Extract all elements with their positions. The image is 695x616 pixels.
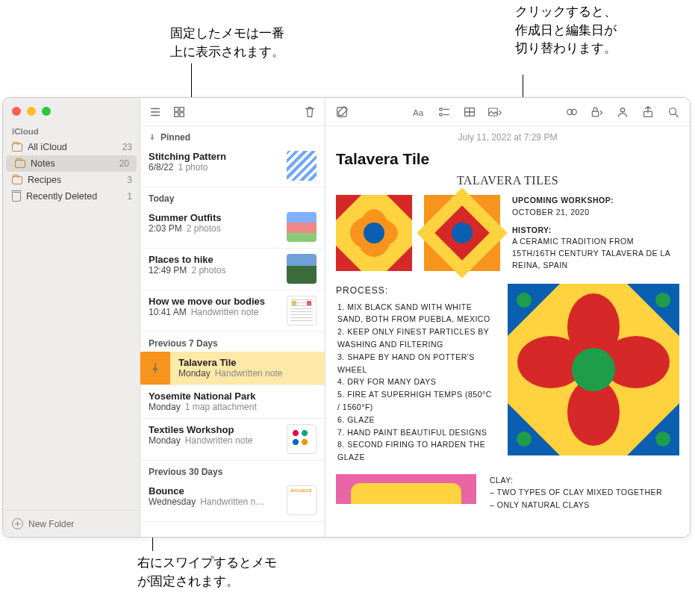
note-time: 12:49 PM <box>149 265 187 276</box>
note-item-places-to-hike[interactable]: Places to hike 12:49 PM2 photos <box>140 249 325 290</box>
link-icon[interactable] <box>564 105 579 119</box>
table-icon[interactable] <box>462 105 477 119</box>
callout-dates-toggle: クリックすると、 作成日と編集日が 切り替わります。 <box>515 3 617 58</box>
delete-note-icon[interactable] <box>302 105 317 119</box>
note-item-stitching-pattern[interactable]: Stitching Pattern 6/8/221 photo <box>140 146 325 187</box>
note-detail: 2 photos <box>187 223 221 234</box>
window-controls <box>3 98 140 122</box>
sidebar-folder-all-icloud[interactable]: All iCloud 23 <box>3 139 140 155</box>
share-icon[interactable] <box>641 105 655 119</box>
clay-line: – Two types of clay mixed together <box>490 486 679 498</box>
list-toolbar <box>140 98 325 126</box>
workshop-date: October 21, 2020 <box>512 207 679 219</box>
pin-icon <box>149 134 156 141</box>
folder-count: 3 <box>127 175 132 185</box>
section-label: Previous 7 Days <box>149 338 218 349</box>
process-step: 3. Shape by hand on potter's wheel <box>337 351 494 376</box>
note-item-bounce[interactable]: Bounce WednesdayHandwritten n… <box>140 480 325 522</box>
sidebar-folder-notes[interactable]: Notes 20 <box>6 155 137 172</box>
close-button[interactable] <box>12 107 21 116</box>
note-item-summer-outfits[interactable]: Summer Outfits 2:03 PM2 photos <box>140 207 325 249</box>
note-detail: 2 photos <box>191 265 225 276</box>
note-time: Monday <box>178 368 211 379</box>
clay-list: – Two types of clay mixed together– Only… <box>490 486 679 511</box>
history-body: A ceramic tradition from 15th/16th centu… <box>512 236 679 271</box>
pin-action-button[interactable] <box>140 352 170 385</box>
format-icon[interactable]: Aa <box>411 105 426 119</box>
sidebar-account-label: iCloud <box>3 122 140 139</box>
svg-text:Aa: Aa <box>413 107 424 116</box>
folder-name: Recently Deleted <box>26 191 97 202</box>
process-step: 7. Hand paint beautiful designs <box>337 426 494 439</box>
note-item-textiles-workshop[interactable]: Textiles Workshop MondayHandwritten note <box>140 419 325 461</box>
note-detail: Handwritten note <box>191 307 259 317</box>
note-item-how-we-move[interactable]: How we move our bodies 10:41 AMHandwritt… <box>140 290 325 332</box>
note-body[interactable]: Talavera Tile Talavera Tiles Upcoming Wo… <box>325 144 690 537</box>
svg-point-7 <box>440 113 443 116</box>
plus-circle-icon <box>12 518 23 529</box>
svg-rect-0 <box>175 107 178 111</box>
sidebar-folder-recipes[interactable]: Recipes 3 <box>3 172 140 188</box>
callout-swipe-pin: 右にスワイプするとメモ が固定されます。 <box>137 554 277 591</box>
note-detail: 1 photo <box>178 162 208 172</box>
process-block: Process: 1. Mix black sand with white sa… <box>336 284 494 464</box>
process-step: 2. Keep only finest particles by washing… <box>337 326 494 351</box>
note-time: Monday <box>149 435 181 446</box>
handwritten-title: Talavera Tiles <box>336 174 679 187</box>
section-today: Today <box>140 187 325 207</box>
note-time: 2:03 PM <box>149 223 182 234</box>
svg-point-15 <box>670 108 676 114</box>
note-detail: Handwritten n… <box>200 497 264 507</box>
svg-point-13 <box>620 108 624 111</box>
notes-list-body[interactable]: Pinned Stitching Pattern 6/8/221 photo T… <box>140 126 325 537</box>
checklist-icon[interactable] <box>437 105 452 119</box>
new-folder-button[interactable]: New Folder <box>3 510 140 537</box>
note-item-yosemite[interactable]: Yosemite National Park Monday1 map attac… <box>140 385 325 419</box>
note-thumbnail <box>287 151 317 181</box>
workshop-label: Upcoming Workshop: <box>512 195 679 207</box>
gallery-view-icon[interactable] <box>172 105 187 119</box>
process-step: 8. Second firing to harden the glaze <box>337 438 494 464</box>
lock-icon[interactable] <box>590 105 605 119</box>
note-detail: Handwritten note <box>215 368 283 379</box>
note-thumbnail <box>287 212 317 242</box>
clay-label: Clay: <box>490 474 679 486</box>
trash-icon <box>12 192 21 202</box>
new-note-icon[interactable] <box>334 105 349 119</box>
folder-count: 1 <box>127 191 132 202</box>
note-timestamp[interactable]: July 11, 2022 at 7:29 PM <box>325 126 690 144</box>
svg-rect-1 <box>180 107 184 111</box>
note-title: How we move our bodies <box>149 296 281 307</box>
search-icon[interactable] <box>666 105 681 119</box>
process-step: 4. Dry for many days <box>337 376 494 388</box>
section-label: Previous 30 Days <box>149 467 222 477</box>
folder-name: All iCloud <box>28 142 67 152</box>
tile-graphic-1 <box>336 195 412 271</box>
list-view-icon[interactable] <box>148 105 163 119</box>
note-detail: Handwritten note <box>185 435 253 446</box>
media-icon[interactable] <box>487 105 502 119</box>
zoom-button[interactable] <box>42 107 51 116</box>
collaborate-icon[interactable] <box>615 105 630 119</box>
process-label: Process: <box>336 284 494 298</box>
note-item-talavera-tile-swiped[interactable]: Talavera Tile MondayHandwritten note <box>140 352 325 385</box>
note-time: 6/8/22 <box>149 162 173 172</box>
app-window: iCloud All iCloud 23 Notes 20 Recipes 3 … <box>2 97 691 538</box>
note-title: Talavera Tile <box>178 357 317 368</box>
folder-name: Recipes <box>28 175 61 185</box>
note-time: Wednesday <box>149 497 196 507</box>
note-title: Stitching Pattern <box>149 151 281 162</box>
process-step: 5. Fire at superhigh temps (850°C / 1560… <box>337 388 494 414</box>
note-detail: 1 map attachment <box>185 402 257 412</box>
sidebar-folder-recently-deleted[interactable]: Recently Deleted 1 <box>3 188 140 205</box>
section-label: Pinned <box>160 132 190 143</box>
note-title-heading: Talavera Tile <box>336 150 679 168</box>
minimize-button[interactable] <box>27 107 36 116</box>
editor-toolbar: Aa <box>325 98 690 126</box>
sidebar: iCloud All iCloud 23 Notes 20 Recipes 3 … <box>3 98 140 537</box>
note-title: Textiles Workshop <box>149 424 281 435</box>
folder-count: 23 <box>122 142 132 152</box>
svg-rect-12 <box>592 111 598 116</box>
process-step: 1. Mix black sand with white sand, both … <box>337 301 494 326</box>
section-label: Today <box>149 193 174 204</box>
